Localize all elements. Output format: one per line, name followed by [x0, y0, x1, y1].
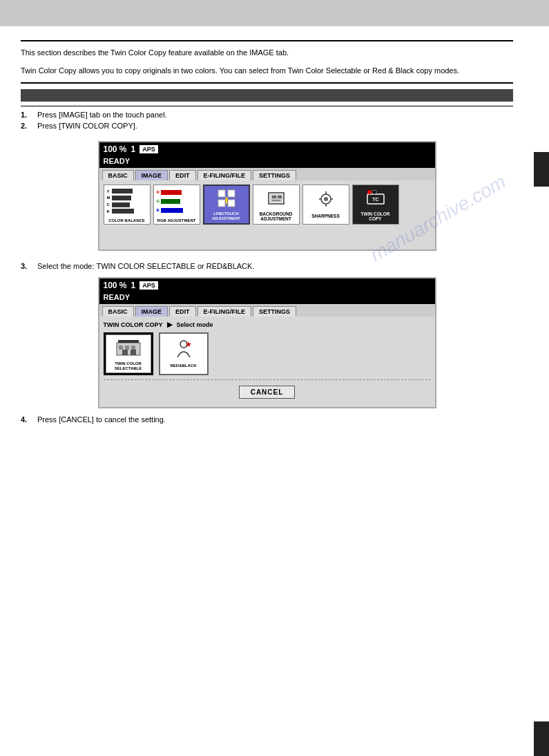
screen1-tabs: BASIC IMAGE EDIT E-FILING/FILE SETTINGS — [99, 168, 435, 180]
screen1-tab-efiling[interactable]: E-FILING/FILE — [198, 170, 252, 180]
svg-point-19 — [367, 190, 372, 194]
screen1-tab-image[interactable]: IMAGE — [135, 170, 168, 180]
svg-rect-25 — [122, 350, 128, 355]
svg-text:TC: TC — [372, 197, 378, 202]
screen2-tab-basic[interactable]: BASIC — [102, 306, 134, 316]
twin-color-copy-btn[interactable]: TC TWIN COLORCOPY — [352, 185, 399, 225]
section-rule-2 — [21, 106, 513, 106]
svg-point-20 — [372, 190, 376, 194]
screen1-status-bar: 100 % 1 APS — [99, 142, 435, 156]
sharpness-icon-glyph — [316, 191, 336, 212]
svg-rect-3 — [228, 200, 235, 207]
screen1-tab-settings[interactable]: SETTINGS — [253, 170, 296, 180]
svg-rect-9 — [278, 196, 282, 198]
intro-para-1: This section describes the Twin Color Co… — [21, 47, 513, 59]
svg-rect-1 — [228, 190, 235, 197]
svg-rect-27 — [118, 340, 139, 343]
twin-select-instruction: Select mode — [177, 321, 213, 328]
screen2-ready: READY — [99, 292, 435, 304]
main-content: This section describes the Twin Color Co… — [0, 26, 534, 756]
top-rule — [21, 40, 513, 41]
rgb-labels: R G B — [157, 188, 160, 214]
sharpness-label: SHARPNESS — [311, 214, 339, 218]
screen2-tab-efiling[interactable]: E-FILING/FILE — [198, 306, 252, 316]
screen1-percent: 100 % — [104, 144, 127, 154]
screen2-tabs: BASIC IMAGE EDIT E-FILING/FILE SETTINGS — [99, 304, 435, 316]
step-4: 4. Press [CANCEL] to cancel the setting. — [21, 415, 513, 424]
bottom-right-tab — [534, 721, 549, 756]
screen2-tab-edit[interactable]: EDIT — [169, 306, 196, 316]
line-touch-btn[interactable]: LINE/TOUCHADJUSTMENT — [203, 185, 250, 225]
screen2-status-bar: 100 % 1 APS — [99, 278, 435, 292]
screen2-body: TWIN COLOR COPY ▶ Select mode — [99, 316, 435, 407]
twin-color-selectable-label: TWIN COLORSELECTABLE — [115, 361, 142, 370]
twin-color-selectable-icon — [115, 337, 142, 360]
cb-bars — [112, 188, 147, 214]
step-2: 2. Press [TWIN COLOR COPY]. — [21, 122, 513, 130]
rgb-adjustment-btn[interactable]: R G B RGB ADJUSTMENT — [153, 185, 200, 225]
color-balance-label: COLOR BALANCE — [106, 218, 148, 223]
cancel-button[interactable]: CANCEL — [239, 386, 296, 399]
screen-1: 100 % 1 APS READY BASIC IMAGE EDIT E-FIL… — [98, 141, 436, 251]
svg-rect-26 — [131, 350, 136, 355]
background-adjustment-label: BACKGROUNDADJUSTMENT — [260, 211, 293, 221]
svg-rect-0 — [218, 190, 225, 197]
cancel-button-row: CANCEL — [104, 383, 431, 403]
red-and-black-label: RED&BLACK — [171, 363, 197, 368]
svg-rect-10 — [272, 200, 280, 201]
svg-rect-23 — [125, 346, 129, 350]
screen1-count: 1 — [131, 144, 136, 154]
screen2-tab-settings[interactable]: SETTINGS — [253, 306, 296, 316]
top-bar — [0, 0, 549, 26]
line-touch-icon-glyph — [217, 189, 236, 210]
screen1-body: Y M C K COLOR BALANCE — [99, 180, 435, 249]
svg-rect-2 — [218, 200, 225, 207]
rgb-adjustment-label: RGB ADJUSTMENT — [155, 218, 198, 223]
twin-options-row: TWIN COLORSELECTABLE RED&BLACK — [104, 332, 431, 375]
section-header — [21, 89, 513, 102]
right-side-tab — [534, 152, 549, 187]
twin-color-selectable-btn[interactable]: TWIN COLORSELECTABLE — [104, 332, 153, 375]
svg-rect-24 — [131, 346, 135, 350]
twin-color-copy-label: TWIN COLORCOPY — [361, 211, 390, 221]
twin-color-copy-title: TWIN COLOR COPY — [104, 321, 163, 328]
screen2-count: 1 — [131, 281, 136, 290]
intro-para-2: Twin Color Copy allows you to copy origi… — [21, 65, 513, 77]
step-1: 1. Press [IMAGE] tab on the touch panel. — [21, 111, 513, 119]
svg-rect-8 — [272, 196, 276, 198]
screen2-aps: APS — [139, 281, 158, 290]
screen1-tab-basic[interactable]: BASIC — [102, 170, 134, 180]
svg-rect-22 — [119, 346, 123, 350]
twin-label-row: TWIN COLOR COPY ▶ Select mode — [104, 321, 431, 328]
sharpness-btn[interactable]: SHARPNESS — [302, 185, 349, 225]
twin-color-copy-icon-glyph: TC — [366, 189, 385, 210]
screen1-ready: READY — [99, 156, 435, 168]
svg-point-12 — [324, 197, 328, 201]
screen2-tab-image[interactable]: IMAGE — [135, 306, 168, 316]
background-adjustment-btn[interactable]: BACKGROUNDADJUSTMENT — [253, 185, 300, 225]
step-3: 3. Select the mode: TWIN COLOR SELECTABL… — [21, 262, 513, 270]
arrow-right-icon: ▶ — [167, 321, 173, 328]
section-rule-1 — [21, 82, 513, 84]
icon-buttons-row: Y M C K COLOR BALANCE — [104, 185, 431, 225]
screen1-tab-edit[interactable]: EDIT — [169, 170, 196, 180]
screen2-percent: 100 % — [104, 281, 127, 290]
screen-2: 100 % 1 APS READY BASIC IMAGE EDIT E-FIL… — [98, 277, 436, 408]
color-balance-btn[interactable]: Y M C K COLOR BALANCE — [104, 185, 151, 225]
red-and-black-icon — [171, 339, 197, 362]
red-and-black-btn[interactable]: RED&BLACK — [159, 332, 209, 375]
rgb-bars — [161, 188, 196, 214]
screen-separator — [104, 379, 431, 380]
svg-point-28 — [180, 341, 187, 348]
cb-labels: Y M C K — [107, 188, 110, 214]
background-adjustment-icon — [267, 189, 286, 210]
line-touch-label: LINE/TOUCHADJUSTMENT — [212, 211, 240, 220]
screen1-aps: APS — [139, 145, 158, 153]
